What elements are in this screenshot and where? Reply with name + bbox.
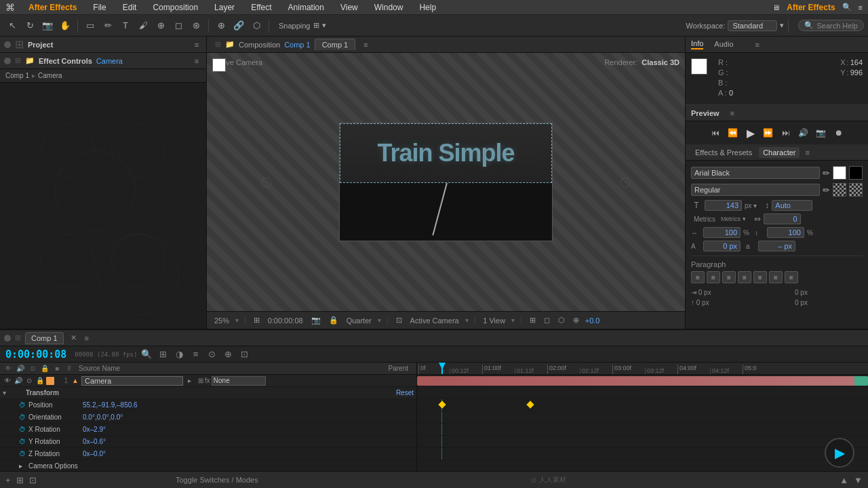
preview-rewind-btn[interactable]: ⏪ xyxy=(726,125,741,140)
comp-viewport[interactable]: Active Camera Renderer: Classic 3D Train… xyxy=(207,53,685,311)
toolbar-select-tool[interactable]: ↖ xyxy=(4,18,20,34)
font-style-select[interactable]: Regular xyxy=(691,184,820,196)
timeline-menu-icon[interactable]: ≡ xyxy=(85,334,89,342)
timeline-tab[interactable]: Comp 1 xyxy=(25,332,64,344)
comp-view-mode[interactable]: Active Camera xyxy=(408,317,461,325)
timeline-close-dot[interactable] xyxy=(4,335,11,342)
layer-effects-icon[interactable]: fx xyxy=(205,377,210,384)
comp-fast-preview-icon[interactable]: ⊡ xyxy=(394,316,404,325)
layer-solo-icon[interactable]: ⊙ xyxy=(24,377,34,384)
toolbar-eraser-tool[interactable]: ◻ xyxy=(170,18,186,34)
layer-visible-icon[interactable]: 👁 xyxy=(3,377,12,384)
align-left-btn[interactable]: ≡ xyxy=(691,271,705,283)
preview-menu-icon[interactable]: ≡ xyxy=(730,109,734,117)
project-menu-icon[interactable]: ≡ xyxy=(191,39,202,50)
comp-exposure-display[interactable]: +0.0 xyxy=(585,317,600,325)
zrot-prop-value[interactable]: 0x–0.0° xyxy=(83,450,106,458)
orientation-stopwatch-icon[interactable]: ⏱ xyxy=(19,413,28,421)
position-stopwatch-icon[interactable]: ⏱ xyxy=(19,401,28,409)
justify-right-btn[interactable]: ≡ xyxy=(769,271,783,283)
toolbar-3d-tool[interactable]: ⬡ xyxy=(248,18,264,34)
layer-name-box[interactable]: Camera xyxy=(81,376,183,386)
yrot-prop-value[interactable]: 0x–0.6° xyxy=(83,438,106,445)
renderer-value[interactable]: Classic 3D xyxy=(642,58,679,66)
reset-transform-btn[interactable]: Reset xyxy=(396,389,414,396)
char-color-swatch1[interactable] xyxy=(833,166,846,180)
font-edit-icon[interactable]: ✏ xyxy=(823,168,830,178)
justify-left-btn[interactable]: ≡ xyxy=(738,271,751,283)
leading-select[interactable]: Auto xyxy=(772,200,812,211)
comp-lock-icon[interactable]: ⊞ xyxy=(215,40,221,49)
bottom-scroll-down-icon[interactable]: ▼ xyxy=(854,475,863,485)
menu-extra-icon[interactable]: ≡ xyxy=(859,3,863,12)
timeline-solo-btn[interactable]: ⊙ xyxy=(205,348,218,361)
preview-first-frame-btn[interactable]: ⏮ xyxy=(708,125,723,140)
comp-quality-display[interactable]: Quarter xyxy=(344,317,374,325)
track-end-handle[interactable] xyxy=(854,376,868,386)
preview-last-frame-btn[interactable]: ⏭ xyxy=(778,125,793,140)
comp-zoom-display[interactable]: 25% xyxy=(212,317,231,325)
bottom-layer-icon[interactable]: ⊞ xyxy=(16,475,24,485)
orientation-prop-value[interactable]: 0.0°,0.0°,0.0° xyxy=(83,413,123,421)
kerning-type[interactable]: Metrics ▾ xyxy=(721,216,746,222)
timeline-search-btn[interactable]: 🔍 xyxy=(140,348,153,361)
toolbar-pan-tool[interactable]: ✋ xyxy=(57,18,73,34)
breadcrumb-comp[interactable]: Comp 1 xyxy=(5,72,29,79)
menu-layer[interactable]: Layer xyxy=(212,1,237,14)
tracking-input[interactable] xyxy=(764,214,801,224)
zrot-stopwatch-icon[interactable]: ⏱ xyxy=(19,450,28,458)
justify-center-btn[interactable]: ≡ xyxy=(753,271,767,283)
comp-text-layer[interactable]: Train Simple xyxy=(377,139,514,167)
layer-audio-icon[interactable]: 🔊 xyxy=(14,377,23,384)
preview-snapshot-btn[interactable]: 📷 xyxy=(814,125,829,140)
toolbar-camera-tool[interactable]: 📷 xyxy=(39,18,56,34)
tab-effects-presets[interactable]: Effects & Presets xyxy=(691,147,756,158)
tab-info[interactable]: Info xyxy=(691,39,703,49)
snapping-expand-icon[interactable]: ▾ xyxy=(322,21,326,30)
layer-color-label[interactable] xyxy=(46,377,54,385)
timeline-comp-btn[interactable]: ⊡ xyxy=(237,348,251,361)
menu-effect[interactable]: Effect xyxy=(248,1,274,14)
effect-menu-icon[interactable]: ≡ xyxy=(191,56,202,66)
align-center-btn[interactable]: ≡ xyxy=(707,271,720,283)
scale-v-input[interactable] xyxy=(767,227,804,238)
bottom-collapse-icon[interactable]: ⊡ xyxy=(29,475,37,485)
layer-lock-icon[interactable]: 🔒 xyxy=(35,377,45,384)
preview-forward-btn[interactable]: ⏩ xyxy=(761,125,776,140)
col-label-icon[interactable]: ■ xyxy=(52,365,62,372)
tab-character[interactable]: Character xyxy=(759,147,800,158)
toggle-switches-label[interactable]: Toggle Switches / Modes xyxy=(176,476,258,484)
font-style-edit-icon[interactable]: ✏ xyxy=(823,185,830,195)
workspace-select[interactable]: Standard All Panels Animation Effects xyxy=(728,20,777,31)
toolbar-rotation-tool[interactable]: ↻ xyxy=(22,18,38,34)
comp-view-count[interactable]: 1 View xyxy=(481,317,507,325)
menu-edit[interactable]: Edit xyxy=(120,1,140,14)
camera-options-collapse-icon[interactable]: ▸ xyxy=(19,462,28,470)
big-play-button[interactable]: ▶ xyxy=(825,438,854,468)
comp-time-display[interactable]: 0:00:00:08 xyxy=(266,317,305,325)
timeline-snapping-btn[interactable]: ⊞ xyxy=(156,348,170,361)
col-visible-icon[interactable]: 👁 xyxy=(3,365,14,372)
timeline-lock-btn[interactable]: ⊕ xyxy=(221,348,235,361)
xrot-prop-value[interactable]: 0x–2.9° xyxy=(83,426,106,433)
col-audio-icon[interactable]: 🔊 xyxy=(15,365,26,372)
preview-audio-btn[interactable]: 🔊 xyxy=(796,125,811,140)
comp-tab[interactable]: Comp 1 xyxy=(315,39,356,50)
preview-play-btn[interactable]: ▶ xyxy=(743,125,758,140)
toolbar-pen-tool[interactable]: ✏ xyxy=(100,18,116,34)
preview-record-btn[interactable]: ⏺ xyxy=(831,125,846,140)
toolbar-clone-tool[interactable]: ⊕ xyxy=(153,18,169,34)
menu-after-effects[interactable]: After Effects xyxy=(26,1,79,14)
position-prop-value[interactable]: 55.2,–91.9,–850.6 xyxy=(83,401,138,409)
char-color-swatch4[interactable] xyxy=(849,183,863,197)
toolbar-brush-tool[interactable]: 🖌 xyxy=(135,18,151,34)
search-help-box[interactable]: 🔍 Search Help xyxy=(798,20,864,31)
timeline-ruler[interactable]: 0f 00:12f 01:00f 01:12f 02:00f 02:12f 03… xyxy=(417,363,868,375)
menu-animation[interactable]: Animation xyxy=(285,1,327,14)
comp-snap-icon[interactable]: ⊕ xyxy=(571,316,581,325)
col-lock-icon[interactable]: 🔒 xyxy=(39,365,50,372)
comp-lock-icon2[interactable]: 🔒 xyxy=(327,316,340,325)
tsb-input[interactable] xyxy=(758,241,795,251)
project-close-dot[interactable] xyxy=(4,41,11,48)
menu-file[interactable]: File xyxy=(90,1,108,14)
